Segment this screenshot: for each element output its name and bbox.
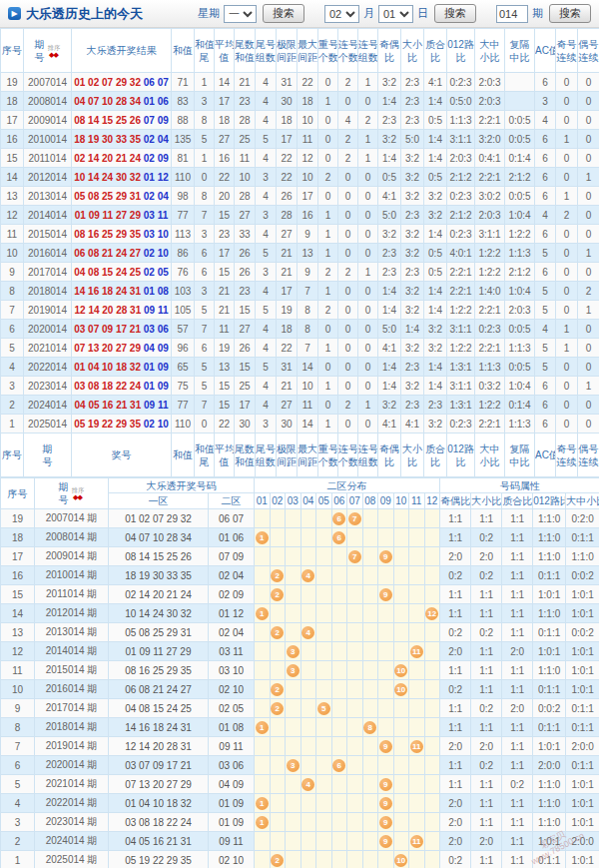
column-header: 尾号组数 [256, 434, 277, 477]
zone-dist-cell [286, 585, 301, 604]
stat-cell: 0 [358, 377, 378, 396]
seq-cell: 17 [1, 111, 24, 130]
stat-cell: 1 [578, 301, 599, 320]
stat-cell: 3 [256, 206, 277, 225]
attr-cell: 1:0:1 [566, 813, 599, 832]
attr-cell: 1:1:0 [533, 794, 566, 813]
stat-cell: 1:4 [424, 377, 447, 396]
front-zone-numbers: 14 16 18 24 31 [74, 286, 141, 297]
stat-cell: 1:1:3 [505, 244, 535, 263]
column-header-issue[interactable]: 期号排序◆◆ [35, 478, 109, 509]
stat-cell: 21 [235, 73, 256, 92]
column-header-ballno: 08 [362, 493, 378, 509]
zone-dist-cell [316, 585, 332, 604]
lottery-ball: 7 [348, 512, 361, 525]
issue-cell: 2013014 期 [35, 623, 109, 642]
group-header-draw-numbers: 大乐透开奖号码 [109, 478, 255, 493]
stat-cell: 1 [556, 187, 578, 206]
zone-dist-cell [424, 547, 440, 566]
column-header: 尾号组数 [256, 29, 277, 73]
lottery-ball: 4 [301, 778, 314, 791]
back-zone-numbers: 03 10 [141, 229, 169, 240]
stat-cell: 17 [235, 396, 256, 415]
stat-cell: 0 [318, 149, 338, 168]
week-search-button[interactable]: 搜索 [263, 4, 304, 23]
month-select[interactable]: 02 [324, 5, 359, 23]
table-row: 5202101407 13 20 27 29 04 09966192642271… [1, 339, 599, 358]
stat-cell: 0 [358, 415, 378, 434]
seq-cell: 13 [1, 187, 24, 206]
stat-cell: 0 [358, 225, 378, 244]
zone-dist-cell [362, 547, 378, 566]
draw-numbers-cell: 05 19 22 29 35 02 10 [72, 415, 172, 434]
stat-cell: 0 [338, 320, 358, 339]
stat-cell: 3:2 [424, 320, 447, 339]
draw-numbers-cell: 08 16 25 29 35 03 10 [72, 225, 172, 244]
stat-cell: 22 [215, 415, 235, 434]
stat-cell: 110 [172, 168, 195, 187]
stat-cell: 3:2 [424, 415, 447, 434]
stat-cell: 0 [578, 263, 599, 282]
stat-cell: 3:2 [424, 206, 447, 225]
issue-cell: 2016014 [24, 244, 72, 263]
stat-cell: 2:3 [378, 244, 401, 263]
stat-cell: 1 [318, 415, 338, 434]
sort-icon[interactable]: 排序◆◆ [47, 44, 61, 58]
stat-cell: 65 [172, 358, 195, 377]
stat-cell: 1 [318, 244, 338, 263]
column-header: 连号个数 [338, 434, 358, 477]
zone-dist-cell [255, 851, 271, 868]
sort-icon[interactable]: 排序◆◆ [71, 486, 85, 500]
stat-cell: 0:0:5 [505, 130, 535, 149]
zone-dist-cell [347, 851, 363, 868]
column-header: 012路比 [447, 29, 475, 73]
column-header-ballno: 11 [409, 493, 425, 509]
date-search-button[interactable]: 搜索 [434, 4, 476, 23]
stat-cell: 2 [318, 168, 338, 187]
page-title: 大乐透历史上的今天 [26, 5, 143, 23]
issue-input[interactable] [496, 5, 528, 23]
zone1-numbers-cell: 12 14 20 28 31 [109, 737, 209, 756]
stat-cell: 3:2 [401, 377, 424, 396]
week-select[interactable]: 一 [224, 5, 257, 23]
attr-cell: 0:1:1 [533, 718, 566, 737]
seq-cell: 1 [1, 415, 24, 434]
seq-cell: 12 [1, 642, 35, 661]
stat-cell: 81 [172, 149, 195, 168]
zone-dist-cell [270, 661, 286, 680]
stat-cell: 0 [358, 320, 378, 339]
zone-dist-cell [286, 509, 301, 528]
zone-dist-cell: 1 [255, 528, 271, 547]
stat-cell: 0:2:3 [447, 73, 475, 92]
zone-dist-cell [270, 756, 286, 775]
stat-cell: 28 [277, 206, 298, 225]
zone1-numbers-cell: 01 04 10 18 32 [109, 794, 209, 813]
zone-dist-cell [424, 794, 440, 813]
stat-cell: 25 [235, 130, 256, 149]
stat-cell: 21 [215, 301, 235, 320]
stat-cell: 6 [535, 396, 556, 415]
column-header-attr: 012路比 [533, 493, 566, 509]
zone-dist-cell [255, 547, 271, 566]
attr-cell: 1:1 [502, 623, 533, 642]
zone-dist-cell [393, 756, 409, 775]
attr-cell: 1:1:0 [533, 813, 566, 832]
zone-dist-cell: 1 [255, 604, 271, 623]
stat-cell: 6 [195, 263, 215, 282]
issue-cell: 2017014 [24, 263, 72, 282]
footer-header-row: 序号期号奖号和值和值尾平均值尾数和值尾号组数极限间距最大间距重号个数连号个数连号… [1, 434, 599, 477]
stat-cell: 0 [556, 358, 578, 377]
issue-search-button[interactable]: 搜索 [549, 4, 591, 23]
zone-dist-cell [362, 794, 378, 813]
front-zone-numbers: 10 14 24 30 32 [74, 172, 141, 183]
zone-dist-cell [424, 718, 440, 737]
draw-numbers-cell: 06 08 21 24 27 02 10 [72, 244, 172, 263]
column-header[interactable]: 期号排序◆◆ [24, 29, 72, 73]
attr-cell: 1:0:1 [533, 642, 566, 661]
day-select[interactable]: 01 [378, 5, 413, 23]
stat-cell: 2:1:2 [447, 206, 475, 225]
stat-cell: 1 [195, 149, 215, 168]
seq-cell: 8 [1, 718, 35, 737]
stat-cell: 3:2 [424, 187, 447, 206]
stat-cell: 1:2:2 [475, 263, 505, 282]
